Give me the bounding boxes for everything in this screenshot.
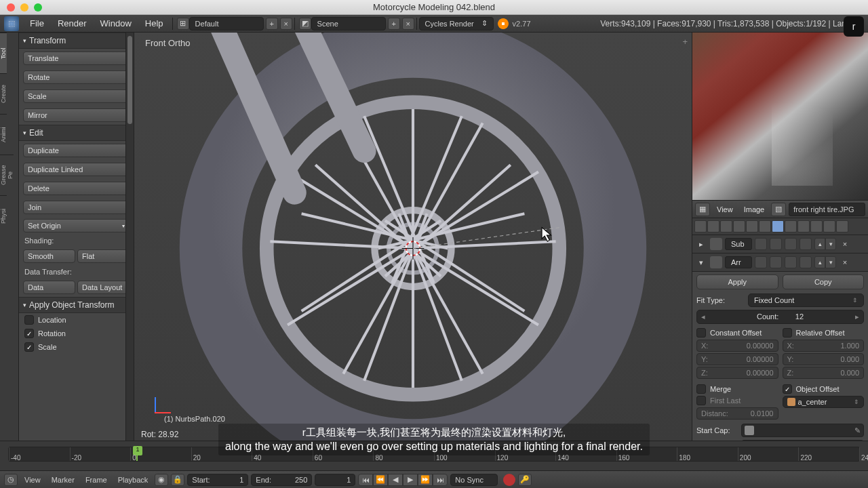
first-last-checkbox[interactable] — [696, 396, 706, 405]
menu-window[interactable]: Window — [94, 18, 138, 28]
uv-menu-view[interactable]: View — [713, 205, 737, 214]
array-name-field[interactable]: Arr — [725, 256, 752, 268]
subsurf-expand-icon[interactable]: ▸ — [695, 238, 707, 250]
play-icon[interactable]: ▶ — [403, 474, 418, 486]
rotate-button[interactable]: Rotate — [23, 70, 130, 84]
scene-field[interactable]: Scene — [311, 17, 386, 30]
count-field[interactable]: Count: 12 — [696, 310, 864, 324]
start-cap-field[interactable]: ✎ — [741, 424, 864, 437]
section-edit[interactable]: Edit — [19, 125, 134, 141]
array-expand-icon[interactable]: ▾ — [695, 256, 707, 268]
context-scene-icon[interactable] — [720, 220, 732, 232]
object-offset-checkbox[interactable] — [783, 384, 792, 394]
screen-remove-icon[interactable]: × — [280, 18, 292, 30]
screen-browse-icon[interactable]: ⊞ — [177, 18, 189, 30]
shade-smooth-button[interactable]: Smooth — [23, 249, 75, 263]
range-lock-icon[interactable]: ◉ — [155, 474, 168, 486]
next-keyframe-icon[interactable]: ⏩ — [418, 474, 433, 486]
context-physics-icon[interactable] — [836, 220, 848, 232]
timeline-menu-playback[interactable]: Playback — [114, 476, 153, 484]
current-frame-field[interactable]: 1 — [315, 474, 355, 486]
context-render-icon[interactable] — [694, 220, 707, 232]
array-move-up-icon[interactable]: ▴ — [814, 256, 825, 268]
context-texture-icon[interactable] — [810, 220, 823, 232]
section-transform[interactable]: Transform — [19, 33, 134, 49]
image-name-field[interactable]: front right tire.JPG — [789, 203, 865, 216]
timeline-editor-type-icon[interactable]: ◷ — [4, 474, 18, 486]
tab-tool[interactable]: Tool — [0, 33, 7, 73]
modifier-apply-button[interactable]: Apply — [696, 274, 778, 289]
timeline-menu-view[interactable]: View — [20, 476, 45, 484]
scale-button[interactable]: Scale — [23, 89, 130, 103]
modifier-copy-button[interactable]: Copy — [783, 274, 865, 289]
start-frame-field[interactable]: Start:1 — [187, 474, 248, 486]
prev-keyframe-icon[interactable]: ⏪ — [373, 474, 388, 486]
subsurf-render-toggle[interactable] — [755, 238, 767, 250]
play-reverse-icon[interactable]: ◀ — [388, 474, 403, 486]
menu-file[interactable]: File — [23, 18, 51, 28]
delete-button[interactable]: Delete — [23, 182, 130, 195]
constant-offset-checkbox[interactable] — [696, 328, 706, 338]
apply-rotation-checkbox[interactable] — [24, 329, 34, 338]
context-constraints-icon[interactable] — [759, 220, 771, 232]
range-lock2-icon[interactable]: 🔒 — [171, 474, 184, 486]
array-render-toggle[interactable] — [755, 256, 767, 268]
eyedropper-icon[interactable]: ✎ — [854, 426, 861, 435]
reference-image[interactable] — [692, 33, 868, 201]
screen-add-icon[interactable]: + — [266, 18, 278, 30]
end-frame-field[interactable]: End:250 — [251, 474, 312, 486]
scene-browse-icon[interactable]: ◩ — [299, 18, 311, 30]
keying-set-icon[interactable]: 🔑 — [518, 474, 532, 486]
context-modifiers-icon[interactable] — [772, 220, 784, 232]
tab-grease-pencil[interactable]: Grease Pe — [0, 155, 14, 195]
toolshelf-scrollbar[interactable] — [125, 33, 134, 441]
render-engine-dropdown[interactable]: Cycles Render⇕ — [419, 17, 494, 30]
translate-button[interactable]: Translate — [23, 52, 130, 65]
timeline-menu-marker[interactable]: Marker — [47, 476, 79, 484]
context-particles-icon[interactable] — [823, 220, 835, 232]
jump-end-icon[interactable]: ⏭ — [433, 474, 448, 486]
timeline-menu-frame[interactable]: Frame — [81, 476, 111, 484]
context-world-icon[interactable] — [733, 220, 745, 232]
data-button[interactable]: Data — [23, 281, 75, 294]
context-object-icon[interactable] — [746, 220, 758, 232]
offset-object-field[interactable]: a_center — [783, 396, 865, 408]
image-browse-icon[interactable]: ▧ — [771, 203, 786, 216]
merge-checkbox[interactable] — [696, 384, 706, 394]
3d-viewport[interactable]: Front Ortho + — [134, 33, 692, 441]
array-move-down-icon[interactable]: ▾ — [825, 256, 836, 268]
screen-layout-field[interactable]: Default — [189, 17, 264, 30]
join-button[interactable]: Join — [23, 201, 130, 214]
subsurf-cage-toggle[interactable] — [800, 238, 812, 250]
jump-start-icon[interactable]: ⏮ — [358, 474, 373, 486]
subsurf-viewport-toggle[interactable] — [770, 238, 782, 250]
sync-mode-dropdown[interactable]: No Sync — [450, 474, 498, 486]
auto-keyframe-icon[interactable] — [503, 474, 515, 486]
uv-editor-type-icon[interactable]: ▦ — [695, 203, 710, 216]
tab-create[interactable]: Create — [0, 73, 7, 114]
duplicate-button[interactable]: Duplicate — [23, 144, 130, 157]
context-layers-icon[interactable] — [707, 220, 719, 232]
shade-flat-button[interactable]: Flat — [77, 249, 130, 263]
subsurf-edit-toggle[interactable] — [785, 238, 797, 250]
fit-type-dropdown[interactable]: Fixed Count — [748, 293, 864, 307]
menu-render[interactable]: Render — [51, 18, 94, 28]
set-origin-dropdown[interactable]: Set Origin — [23, 219, 130, 232]
array-edit-toggle[interactable] — [785, 256, 797, 268]
subsurf-name-field[interactable]: Sub — [725, 238, 752, 250]
tab-animation[interactable]: Animi — [0, 114, 7, 155]
mirror-button[interactable]: Mirror — [23, 108, 130, 122]
array-cage-toggle[interactable] — [800, 256, 812, 268]
subsurf-move-down-icon[interactable]: ▾ — [825, 238, 836, 250]
tab-physics[interactable]: Physi — [0, 195, 7, 236]
relative-offset-checkbox[interactable] — [783, 328, 792, 338]
uv-menu-image[interactable]: Image — [740, 205, 769, 214]
subsurf-delete-icon[interactable]: × — [839, 238, 851, 250]
apply-scale-checkbox[interactable] — [24, 342, 34, 352]
apply-location-checkbox[interactable] — [24, 315, 34, 325]
duplicate-linked-button[interactable]: Duplicate Linked — [23, 163, 130, 176]
scene-add-icon[interactable]: + — [388, 18, 400, 30]
editor-type-icon[interactable]: ⬚ — [4, 16, 19, 31]
playhead[interactable]: 1 — [136, 447, 138, 461]
data-layout-button[interactable]: Data Layout — [77, 281, 130, 294]
